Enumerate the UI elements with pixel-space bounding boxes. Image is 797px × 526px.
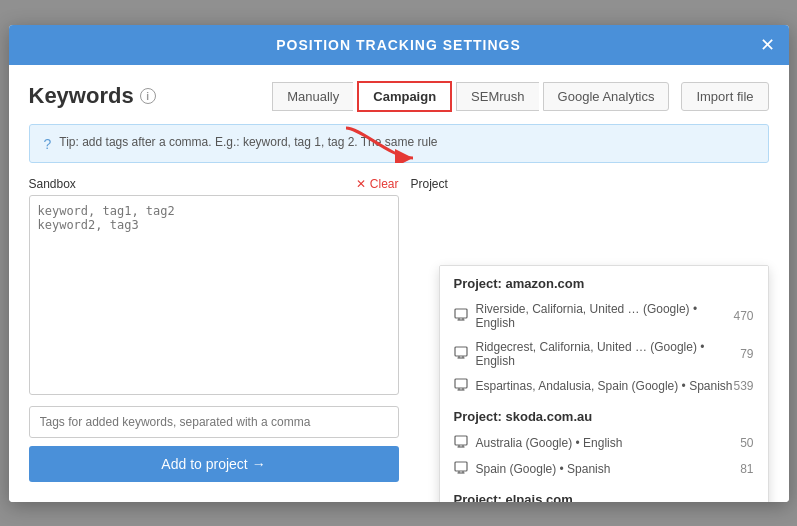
dropdown-item-left: Ridgecrest, California, United … (Google…	[454, 340, 741, 368]
dropdown-item-label: Espartinas, Andalusia, Spain (Google) • …	[476, 379, 733, 393]
dropdown-item[interactable]: Australia (Google) • English50	[440, 430, 768, 456]
monitor-icon	[454, 435, 468, 451]
monitor-icon	[454, 308, 468, 324]
tab-campaign[interactable]: Campaign	[357, 81, 452, 112]
dropdown-item-count: 470	[733, 309, 753, 323]
modal-overlay: POSITION TRACKING SETTINGS ✕ Keywords i	[0, 0, 797, 526]
keywords-title: Keywords i	[29, 83, 156, 109]
monitor-icon	[454, 346, 468, 362]
dropdown-item-label: Riverside, California, United … (Google)…	[476, 302, 734, 330]
tab-google-analytics[interactable]: Google Analytics	[543, 82, 670, 111]
modal-title: POSITION TRACKING SETTINGS	[276, 37, 521, 53]
dropdown-item-left: Espartinas, Andalusia, Spain (Google) • …	[454, 378, 733, 394]
monitor-icon	[454, 461, 468, 477]
sandbox-textarea[interactable]	[29, 195, 399, 395]
dropdown-item-count: 81	[740, 462, 753, 476]
tab-semrush[interactable]: SEMrush	[456, 82, 538, 111]
project-group-title: Project: elpais.com	[440, 482, 768, 502]
modal: POSITION TRACKING SETTINGS ✕ Keywords i	[9, 25, 789, 502]
project-group-title: Project: skoda.com.au	[440, 399, 768, 430]
campaign-dropdown[interactable]: Project: amazon.comRiverside, California…	[439, 265, 769, 502]
tab-bar: Manually Campaign SEMrush Google Analyti…	[272, 81, 768, 112]
svg-rect-5	[455, 347, 467, 356]
import-file-button[interactable]: Import file	[681, 82, 768, 111]
svg-rect-17	[455, 462, 467, 471]
dropdown-item-count: 539	[733, 379, 753, 393]
tip-text: Tip: add tags after a comma. E.g.: keywo…	[59, 135, 437, 149]
dropdown-item-left: Spain (Google) • Spanish	[454, 461, 611, 477]
svg-rect-9	[455, 379, 467, 388]
tab-manually[interactable]: Manually	[272, 82, 353, 111]
dropdown-item-count: 79	[740, 347, 753, 361]
dropdown-item[interactable]: Espartinas, Andalusia, Spain (Google) • …	[440, 373, 768, 399]
keywords-header: Keywords i	[29, 81, 769, 112]
dropdown-item-label: Spain (Google) • Spanish	[476, 462, 611, 476]
content-row: Sandbox ✕ Clear Add to project → Project…	[29, 177, 769, 482]
tags-input[interactable]	[29, 406, 399, 438]
svg-rect-1	[455, 309, 467, 318]
sandbox-panel: Sandbox ✕ Clear Add to project →	[29, 177, 399, 482]
dropdown-item[interactable]: Riverside, California, United … (Google)…	[440, 297, 768, 335]
project-group-title: Project: amazon.com	[440, 266, 768, 297]
dropdown-item-left: Riverside, California, United … (Google)…	[454, 302, 734, 330]
info-icon[interactable]: i	[140, 88, 156, 104]
monitor-icon	[454, 378, 468, 394]
dropdown-item-count: 50	[740, 436, 753, 450]
dropdown-item-left: Australia (Google) • English	[454, 435, 623, 451]
dropdown-item[interactable]: Spain (Google) • Spanish81	[440, 456, 768, 482]
dropdown-item-label: Ridgecrest, California, United … (Google…	[476, 340, 741, 368]
modal-body: Keywords i	[9, 65, 789, 502]
clear-button[interactable]: ✕ Clear	[356, 177, 398, 191]
dropdown-item-label: Australia (Google) • English	[476, 436, 623, 450]
tip-box: ? Tip: add tags after a comma. E.g.: key…	[29, 124, 769, 163]
dropdown-item[interactable]: Ridgecrest, California, United … (Google…	[440, 335, 768, 373]
project-section-label: Project	[411, 177, 769, 191]
tip-icon: ?	[44, 136, 52, 152]
keywords-label: Keywords	[29, 83, 134, 109]
project-panel: Project Project: amazon.comRiverside, Ca…	[411, 177, 769, 482]
modal-header: POSITION TRACKING SETTINGS ✕	[9, 25, 789, 65]
svg-rect-13	[455, 436, 467, 445]
modal-close-button[interactable]: ✕	[760, 36, 775, 54]
add-to-project-button[interactable]: Add to project →	[29, 446, 399, 482]
sandbox-label-row: Sandbox ✕ Clear	[29, 177, 399, 191]
sandbox-label: Sandbox	[29, 177, 76, 191]
